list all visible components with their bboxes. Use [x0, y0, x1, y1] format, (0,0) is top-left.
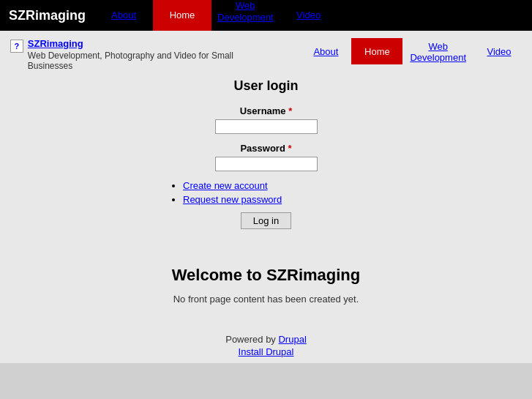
welcome-title: Welcome to SZRimaging	[22, 266, 510, 285]
footer-install: Install Drupal	[7, 346, 525, 357]
footer-powered: Powered by Drupal	[7, 334, 525, 345]
login-button[interactable]: Log in	[241, 212, 291, 229]
welcome-text: No front page content has been created y…	[22, 294, 510, 305]
top-nav-video-link[interactable]: Video	[296, 10, 321, 20]
second-nav-about-link[interactable]: About	[313, 46, 338, 57]
site-link[interactable]: SZRimaging	[28, 38, 279, 49]
password-input[interactable]	[215, 157, 318, 171]
second-nav-home[interactable]: Home	[351, 38, 402, 64]
help-icon[interactable]: ?	[10, 40, 23, 53]
second-nav-video-link[interactable]: Video	[487, 46, 511, 57]
top-nav-webdev[interactable]: WebDevelopment	[211, 0, 280, 31]
password-required-star: *	[288, 143, 291, 154]
top-nav-webdev-link[interactable]: WebDevelopment	[217, 0, 274, 23]
login-btn-row: Log in	[22, 212, 510, 229]
site-title-top: SZRimaging	[0, 8, 94, 23]
second-nav-webdev[interactable]: WebDevelopment	[402, 38, 473, 66]
content-area: ? SZRimaging Web Development, Photograph…	[0, 31, 532, 363]
second-nav-video[interactable]: Video	[473, 38, 525, 64]
drupal-link[interactable]: Drupal	[278, 334, 306, 345]
top-nav-about-link[interactable]: About	[111, 10, 136, 20]
request-password-link[interactable]: Request new password	[183, 194, 282, 205]
main-content: User login Username * Password * Create …	[7, 71, 525, 258]
username-input[interactable]	[215, 119, 318, 134]
top-navigation: SZRimaging About Home WebDevelopment Vid…	[0, 0, 532, 31]
second-nav-webdev-link[interactable]: WebDevelopment	[410, 41, 466, 63]
top-nav-home-link[interactable]: Home	[170, 10, 195, 20]
password-label: Password *	[22, 143, 510, 154]
second-nav-home-link[interactable]: Home	[364, 46, 390, 57]
top-nav-about[interactable]: About	[94, 0, 153, 31]
tagline: Web Development, Photography and Video f…	[28, 51, 279, 71]
footer: Powered by Drupal Install Drupal	[7, 327, 525, 357]
username-label: Username *	[22, 105, 510, 116]
username-required-star: *	[288, 105, 292, 116]
welcome-section: Welcome to SZRimaging No front page cont…	[7, 258, 525, 327]
top-nav-home[interactable]: Home	[153, 0, 211, 31]
install-drupal-link[interactable]: Install Drupal	[239, 346, 294, 357]
username-group: Username *	[22, 105, 510, 134]
login-links: Create new account Request new password	[168, 180, 510, 205]
password-group: Password *	[22, 143, 510, 171]
create-account-link[interactable]: Create new account	[183, 180, 268, 191]
page-title: User login	[22, 78, 510, 94]
second-nav-items: About Home WebDevelopment Video	[300, 38, 525, 66]
second-nav-about[interactable]: About	[300, 38, 351, 64]
top-nav-video[interactable]: Video	[280, 0, 338, 31]
